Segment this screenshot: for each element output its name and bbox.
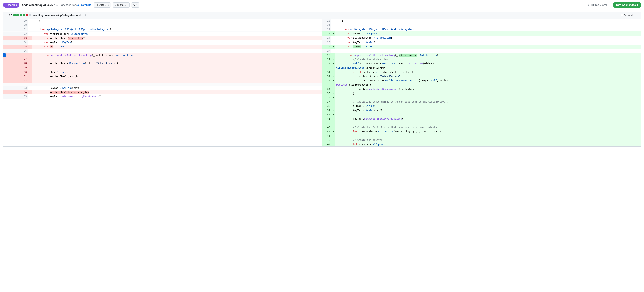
file-filter-button[interactable]: File filter... ▾ — [94, 2, 111, 7]
code-col: let contentView = ContentView(keyTap: ke… — [335, 130, 641, 134]
code-col: class AppDelegate: NSObject, NSApplicati… — [335, 27, 641, 31]
sign-col: - — [28, 70, 32, 74]
code-col — [32, 49, 322, 53]
code-col: var keyTap : KeyTap? — [335, 40, 641, 45]
pr-number: #35 — [53, 3, 58, 6]
code-col: github = GitHub() — [335, 104, 641, 108]
sign-col: - — [28, 61, 32, 65]
merged-badge: ⑃ Merged — [3, 2, 19, 7]
table-row: 20 — [3, 23, 322, 27]
table-row: 20 } — [322, 19, 641, 23]
code-col: var github : GitHub? — [335, 45, 641, 49]
line-number-new: 37 — [322, 100, 331, 104]
diff-bar-2 — [16, 14, 19, 16]
code-col — [335, 96, 641, 100]
table-row: 23 - var menubarItem: MenubarItem? — [3, 36, 322, 40]
code-col: CGFloat(NSStatusItem.variableLength)) — [335, 66, 641, 70]
sign-col: + — [331, 83, 335, 87]
code-col: keyTap!.getAccessibilityPermissions() — [335, 117, 641, 121]
diff-right-table: 20 } 21 22 class AppDelega — [322, 19, 641, 146]
line-number-old: 30 — [3, 70, 28, 74]
sign-col: + — [331, 91, 335, 96]
merged-icon: ⑃ — [6, 3, 7, 6]
code-col: keyTap!.getAccessibilityPermissions() — [32, 94, 322, 99]
viewed-checkbox-input[interactable] — [621, 14, 623, 16]
jump-to-button[interactable]: Jump to... ▾ — [112, 2, 130, 7]
copy-icon[interactable]: ⎘ — [84, 14, 86, 16]
sign-col: - — [28, 90, 32, 94]
code-col — [335, 113, 641, 117]
more-options-button[interactable]: ⋯ — [634, 13, 638, 17]
table-row: 36 + — [322, 96, 641, 100]
diff-left-table: 19 } 20 21 class AppDelega — [3, 19, 322, 99]
expand-toggle[interactable]: ▾ — [6, 14, 8, 16]
line-number-new: 41 — [322, 117, 331, 121]
viewed-checkbox[interactable]: Viewed — [621, 14, 632, 16]
line-number-new: 42 — [322, 121, 331, 125]
line-number-new: 23 — [322, 31, 331, 36]
sign-col — [28, 86, 32, 90]
table-row: + #selector(togglePopover)) — [322, 83, 641, 87]
line-number-old: 19 — [3, 19, 28, 23]
code-col: class AppDelegate: NSObject, NSApplicati… — [32, 27, 322, 31]
code-col — [335, 121, 641, 125]
toolbar-controls: File filter... ▾ Jump to... ▾ ⚙ ▾ — [94, 2, 140, 7]
file-path: mac/keyrace-mac/AppDelegate.swift — [33, 14, 83, 16]
sign-col: + — [331, 117, 335, 121]
file-header: ▾ 52 mac/keyrace-mac/AppDelegate.swift ⎘… — [3, 11, 641, 19]
code-col: keyTap = KeyTap(self) — [335, 108, 641, 113]
line-number-old: 25 — [3, 45, 28, 49]
code-col: var statusBarItem: NSStatusItem! — [335, 36, 641, 40]
settings-button[interactable]: ⚙ ▾ — [131, 2, 140, 7]
line-number-old: 34 — [3, 90, 28, 94]
info-icon: ⓘ — [609, 3, 611, 7]
table-row: 26 — [3, 49, 322, 53]
sign-col: - — [28, 65, 32, 70]
sign-col — [28, 40, 32, 45]
code-col: var popover: NSPopover! — [335, 31, 641, 36]
review-changes-button[interactable]: Review changes ▾ — [614, 2, 641, 7]
code-col — [32, 23, 322, 27]
code-col: } — [335, 19, 641, 23]
sign-col: + — [331, 125, 335, 130]
line-number-new: 21 — [322, 23, 331, 27]
commit-count: 52 — [9, 14, 12, 16]
pr-title-text: Adds a heatmap of keys — [22, 3, 52, 6]
sign-col — [331, 49, 335, 53]
diff-left: 19 } 20 21 class AppDelega — [3, 19, 322, 146]
sign-col: + — [331, 79, 335, 83]
sign-col: + — [331, 113, 335, 117]
file-header-right: Viewed ⋯ — [621, 13, 638, 17]
sign-col — [28, 94, 32, 99]
line-number-new: 29 — [322, 57, 331, 62]
table-row: 27 — [322, 49, 641, 53]
sign-col: + — [331, 138, 335, 142]
line-number-old: 29 — [3, 65, 28, 70]
table-row: 39 + keyTap = KeyTap(self) — [322, 108, 641, 113]
line-number-new: 34 — [322, 87, 331, 91]
code-col: var gh : GitHub? — [32, 45, 322, 49]
diff-bar-4 — [22, 14, 25, 16]
table-row: 19 } — [3, 19, 322, 23]
table-row: 21 — [322, 23, 641, 27]
table-row: 41 + keyTap!.getAccessibilityPermissions… — [322, 117, 641, 121]
table-row: 31 - menubarItem?.gh = gh — [3, 74, 322, 79]
line-number-old: 23 — [3, 36, 28, 40]
table-row: 22 var statusBarItem: NSStatusItem! — [3, 32, 322, 36]
code-col: keyTap = KeyTap(self) — [32, 86, 322, 90]
diff-container: ▾ 52 mac/keyrace-mac/AppDelegate.swift ⎘… — [0, 11, 644, 150]
code-col: let clickGesture = NSClickGestureRecogni… — [335, 79, 641, 83]
all-commits-link[interactable]: all commits — [78, 3, 91, 6]
code-col: button.title = "Setup Keyrace" — [335, 74, 641, 79]
files-viewed-count: 0 / 18 files viewed ⓘ — [588, 3, 611, 7]
line-number-new: 33 — [322, 79, 331, 83]
sign-col: + — [331, 104, 335, 108]
sign-col: + — [331, 96, 335, 100]
table-row: 45 + — [322, 134, 641, 138]
chevron-down-icon: ▾ — [108, 4, 109, 6]
table-row: 33 keyTap = KeyTap(self) — [3, 86, 322, 90]
sign-col: + — [331, 57, 335, 62]
sign-col: + — [331, 134, 335, 138]
sign-col — [331, 27, 335, 31]
table-row: 33 + let clickGesture = NSClickGestureRe… — [322, 79, 641, 83]
